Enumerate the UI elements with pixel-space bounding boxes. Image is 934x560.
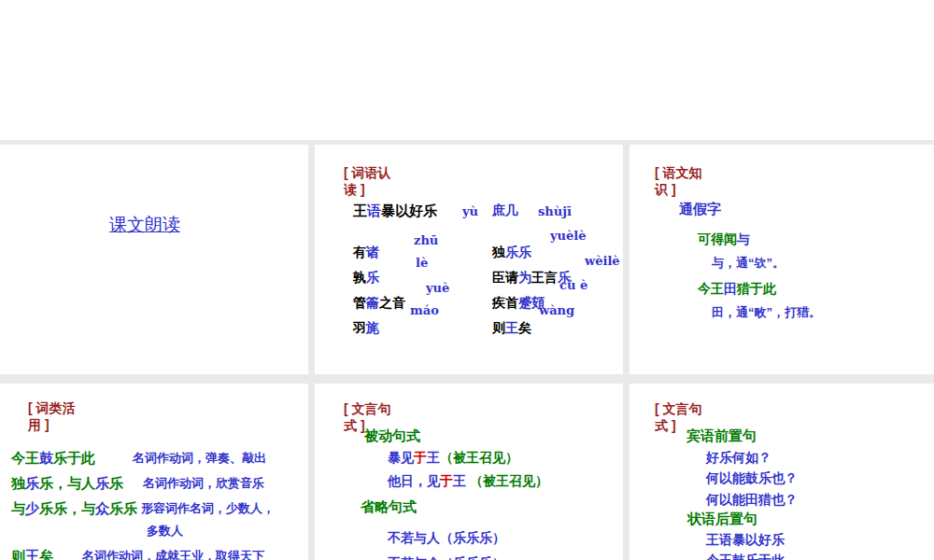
vocab-line-2: 有诸 <box>353 245 379 261</box>
vocab-line-2r: 独乐乐 <box>492 245 531 261</box>
example-1: 可得闻与 <box>698 231 750 248</box>
text-run: 王 <box>353 203 367 218</box>
text-run: 王 <box>25 548 39 560</box>
text-run: 疾首 <box>492 295 518 310</box>
passive-example-2: 他日，见于王 （被王召见） <box>388 473 548 490</box>
header-line-2: 识 ] <box>655 182 676 197</box>
subtopic-passive: 被动句式 <box>364 427 420 445</box>
example-2: 今王田猎于此 <box>698 281 776 298</box>
pinyin-weile: wèilè <box>585 254 620 268</box>
text-run: 旄 <box>366 320 379 335</box>
text-run: 鼓 <box>39 450 53 466</box>
course-reading-link[interactable]: 课文朗读 <box>109 213 180 237</box>
header-line-2: 式 ] <box>655 418 676 433</box>
subtopic-adverbial-postposition: 状语后置句 <box>687 511 757 528</box>
elliptical-example-2: 不若与众（乐乐乐） <box>388 555 505 560</box>
vocab-line-1: 王语暴以好乐 <box>353 203 437 220</box>
slide-thumbnail-4[interactable]: [ 词类活用 ] 今王鼓乐于此 名词作动词，弹奏、敲出 独乐乐，与人乐乐 名词作… <box>0 384 308 560</box>
text-run: 乐乐 <box>109 500 137 516</box>
pinyin-yuele: yuèlè <box>550 229 587 243</box>
text-run: 田 <box>724 281 737 296</box>
header-line-2: 用 ] <box>28 417 50 432</box>
text-run: 王 <box>453 473 466 488</box>
text-run: 羽 <box>353 320 366 335</box>
slide-thumbnail-5[interactable]: [ 文言句式 ] 被动句式 暴见于王（被王召见） 他日，见于王 （被王召见） 省… <box>315 384 623 560</box>
postposition-example-2: 今王鼓乐于此 <box>706 553 785 560</box>
pinyin-yue: yuè <box>426 281 449 295</box>
text-run: 暴见 <box>388 450 414 465</box>
text-run: 王 <box>427 450 440 465</box>
header-line-1: [ 文言句 <box>344 401 391 416</box>
text-run: 乐 <box>25 475 39 491</box>
text-run: 矣 <box>39 548 53 560</box>
slide-grid: 课文朗读 [ 词语认读 ] 王语暴以好乐 yù 庶几 shùjī yuèlè z… <box>0 140 934 560</box>
activation-note-2: 名词作动词，欣赏音乐 <box>143 476 264 491</box>
text-run: 可得闻 <box>698 231 737 246</box>
slide-header: [ 词类活用 ] <box>28 399 76 433</box>
text-run: 语 <box>367 203 381 218</box>
activation-note-3b: 多数人 <box>147 524 183 539</box>
text-run: 与 <box>737 231 750 246</box>
subtopic-elliptical: 省略句式 <box>361 498 417 516</box>
slide-thumbnail-6[interactable]: [ 文言句式 ] 宾语前置句 好乐何如？ 何以能鼓乐也？ 何以能田猎也？ 状语后… <box>630 384 934 560</box>
text-run: 有 <box>353 245 366 259</box>
text-run: 乐乐 <box>505 245 531 259</box>
text-run: 与 <box>11 500 25 516</box>
text-run: 乐 <box>95 475 109 491</box>
text-run: 管 <box>353 295 366 310</box>
text-run: （被王召见） <box>466 473 548 488</box>
pinyin-cue: cù è <box>559 278 587 292</box>
activation-note-3a: 形容词作名词，少数人， <box>141 501 275 516</box>
text-run: 猎于此 <box>737 281 776 296</box>
text-run: 乐乐，与 <box>39 500 95 516</box>
pinyin-le: lè <box>416 256 428 270</box>
text-run: （被王召见） <box>440 450 518 465</box>
subtopic-object-fronting: 宾语前置句 <box>686 427 757 445</box>
slide-header: [ 语文知识 ] <box>655 164 702 198</box>
text-run: 则 <box>11 548 25 560</box>
text-run: 乐于此 <box>53 450 95 466</box>
vocab-line-5r: 则王矣 <box>492 320 531 337</box>
topic-tongjiazi: 通假字 <box>679 201 721 218</box>
fronting-example-3: 何以能田猎也？ <box>706 492 798 509</box>
elliptical-example-1: 不若与人（乐乐乐） <box>388 530 505 547</box>
text-run: 为 <box>518 270 531 285</box>
text-run: 乐 <box>109 475 123 491</box>
text-run: 少 <box>25 500 39 516</box>
vocab-line-3: 孰乐 <box>353 270 379 287</box>
text-run: 则 <box>492 320 505 335</box>
header-line-1: [ 词类活 <box>28 400 76 415</box>
slide-thumbnail-3[interactable]: [ 语文知识 ] 通假字 可得闻与 与，通“欤”。 今王田猎于此 田，通“畋”，… <box>630 145 934 374</box>
text-run: 王言 <box>531 270 558 285</box>
header-line-2: 式 ] <box>344 418 365 433</box>
slides-preview-page: { "colors": { "header_red": "#991f1f", "… <box>0 0 934 560</box>
pinyin-yu: yù <box>462 204 478 218</box>
text-run: 乐 <box>366 270 379 285</box>
text-run: 今王 <box>11 450 39 466</box>
text-run: 他日，见 <box>388 473 440 488</box>
fronting-example-1: 好乐何如？ <box>706 450 771 467</box>
pinyin-wang: wàng <box>539 303 574 317</box>
text-run: 孰 <box>353 270 366 285</box>
note-2: 田，通“畋”，打猎。 <box>712 305 821 320</box>
slide-thumbnail-1[interactable]: 课文朗读 <box>0 145 308 374</box>
text-run: 诸 <box>366 245 379 259</box>
postposition-example-1: 王语暴以好乐 <box>706 532 785 549</box>
vocab-shuji: 庶几 <box>492 203 518 219</box>
text-run: 王 <box>505 320 518 335</box>
pinyin-mao: máo <box>410 303 439 317</box>
passive-example-1: 暴见于王（被王召见） <box>388 450 518 467</box>
slide-thumbnail-2[interactable]: [ 词语认读 ] 王语暴以好乐 yù 庶几 shùjī yuèlè zhū 有诸… <box>315 145 623 374</box>
header-line-1: [ 语文知 <box>655 165 702 180</box>
text-run: 之音 <box>379 295 405 310</box>
text-run: 籥 <box>366 295 379 310</box>
text-run: 独 <box>492 245 505 259</box>
header-line-1: [ 词语认 <box>344 165 391 180</box>
text-run: 独 <box>11 475 25 491</box>
text-run: 矣 <box>518 320 531 335</box>
vocab-line-4r: 疾首蹙頞 <box>492 295 545 312</box>
text-run: 臣请 <box>492 270 518 285</box>
activation-phrase-1: 今王鼓乐于此 <box>11 450 95 468</box>
text-run: 乐，与人 <box>39 475 95 491</box>
note-1: 与，通“欤”。 <box>712 256 785 271</box>
